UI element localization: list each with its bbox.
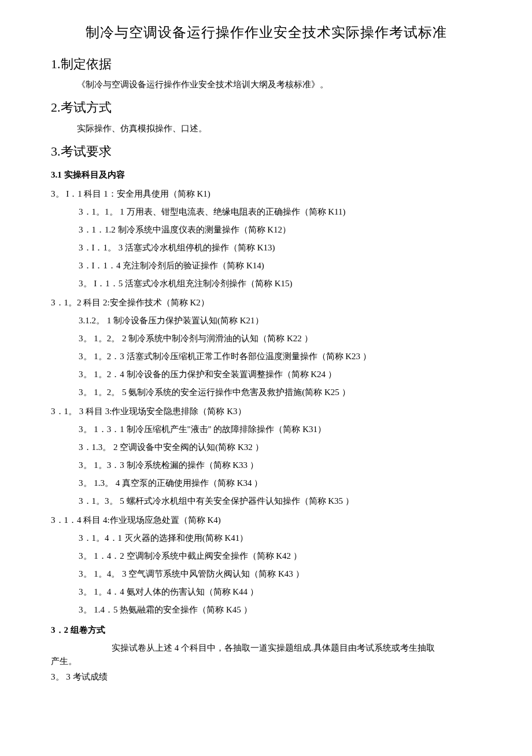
k2-head: 3．1。2 科目 2:安全操作技术（简称 K2） (51, 297, 481, 309)
k23: 3。 1。2．3 活塞式制冷压缩机正常工作时各部位温度测量操作（简称 K23 ） (79, 351, 481, 363)
k4-head: 3．1．4 科目 4:作业现场应急处置（简称 K4) (51, 514, 481, 526)
k45: 3。 1.4．5 热氨融霜的安全操作（简称 K45 ） (79, 604, 481, 616)
k35: 3．1。3。 5 螺杆式冷水机组中有关安全保护器件认知操作（简称 K35 ） (79, 495, 481, 507)
k15: 3。 I．1．5 活塞式冷水机组充注制冷剂操作（简称 K15) (79, 278, 481, 290)
k24: 3。 1。2．4 制冷设备的压力保护和安全装置调整操作（简称 K24 ） (79, 368, 481, 381)
section-2-heading: 2.考试方式 (51, 99, 481, 117)
k32: 3．1.3。 2 空调设备中安全阀的认知(简称 K32 ） (79, 441, 481, 453)
k11: 3．1。1。 1 万用表、钳型电流表、绝缘电阻表的正确操作（简称 K11) (79, 206, 481, 218)
section-3-2-heading: 3．2 组卷方式 (51, 624, 481, 636)
k21: 3.1.2。 1 制冷设备压力保护装置认知(简称 K21） (79, 315, 481, 327)
k44: 3。 1。4．4 氨对人体的伤害认知（简称 K44 ） (79, 586, 481, 598)
section-3-3-heading: 3。 3 考试成绩 (51, 671, 481, 683)
section-3-1-heading: 3.1 实操科目及内容 (51, 169, 481, 181)
section-3-2-line1: 实操试卷从上述 4 个科目中，各抽取一道实操题组成.具体题目由考试系统或考生抽取 (112, 643, 435, 652)
k42: 3。 1．4．2 空调制冷系统中截止阀安全操作（简称 K42 ） (79, 550, 481, 562)
k14: 3．I．1．4 充注制冷剂后的验证操作（简称 K14) (79, 260, 481, 272)
k41: 3．1。4．1 灭火器的选择和使用(简称 K41） (79, 532, 481, 544)
k31: 3。 1．3．1 制冷压缩机产生"液击" 的故障排除操作（简称 K31） (79, 423, 481, 436)
k33: 3。 1。3．3 制冷系统检漏的操作（简称 K33 ） (79, 459, 481, 471)
k1-head: 3。 I．1 科目 1：安全用具使用（简称 K1) (51, 188, 481, 200)
section-1-body: 《制冷与空调设备运行操作作业安全技术培训大纲及考核标准》。 (51, 79, 481, 91)
k22: 3。 1。2。 2 制冷系统中制冷剂与润滑油的认知（简称 K22 ） (79, 333, 481, 345)
document-title: 制冷与空调设备运行操作作业安全技术实际操作考试标准 (51, 23, 481, 43)
section-2-body: 实际操作、仿真模拟操作、口述。 (51, 123, 481, 135)
k13: 3．I．1。 3 活塞式冷水机组停机的操作（简称 K13) (79, 242, 481, 254)
k34: 3。 1.3。 4 真空泵的正确使用操作（简称 K34 ） (79, 477, 481, 489)
k12: 3．1．1.2 制冷系统中温度仪表的测量操作（简称 K12） (79, 224, 481, 236)
k25: 3。 1。2。 5 氨制冷系统的安全运行操作中危害及救护措施(简称 K25 ） (79, 386, 481, 399)
section-3-2-body: 实操试卷从上述 4 个科目中，各抽取一道实操题组成.具体题目由考试系统或考生抽取 (51, 642, 481, 654)
k3-head: 3．1。 3 科目 3:作业现场安全隐患排除（简称 K3） (51, 405, 481, 418)
section-3-2-line2: 产生。 (51, 655, 481, 668)
k43: 3。 1。4。 3 空气调节系统中风管防火阀认知（简称 K43 ） (79, 568, 481, 580)
section-1-heading: 1.制定依据 (51, 56, 481, 73)
section-3-heading: 3.考试要求 (51, 143, 481, 161)
